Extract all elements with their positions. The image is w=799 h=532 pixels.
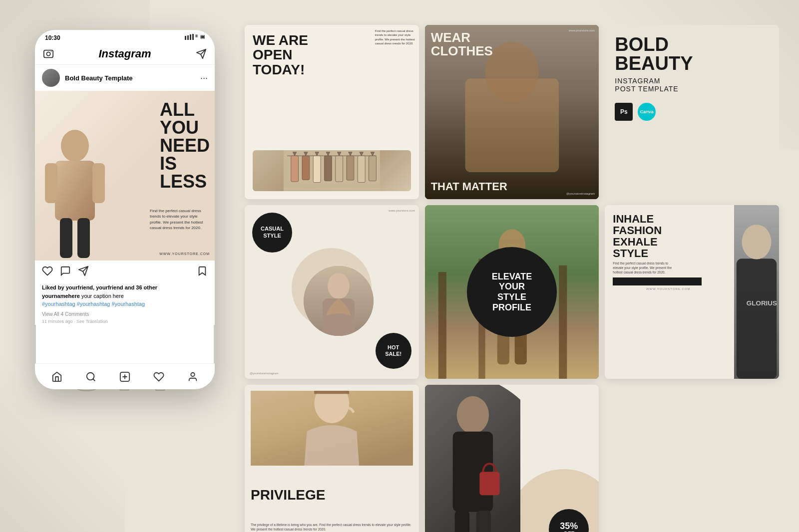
status-bar: 10:30 <box>35 30 215 43</box>
casual-handle: @yourstoreinstagram <box>250 372 278 375</box>
title-sub: INSTAGRAMPOST TEMPLATE <box>615 77 693 93</box>
svg-rect-60 <box>425 385 521 532</box>
svg-rect-31 <box>347 156 354 180</box>
svg-rect-43 <box>559 265 567 379</box>
wear-url: www.yourstore.com <box>569 29 595 32</box>
card-casual-style: CASUALSTYLE HOTSALE! www.yourstore.com @… <box>245 205 419 379</box>
open-today-description: Find the perfect casual dress trends to … <box>375 29 415 46</box>
profile-bar: Bold Beauty Template ··· <box>35 65 215 91</box>
casual-url: www.yourstore.com <box>389 209 414 212</box>
share-icon[interactable] <box>78 266 89 276</box>
svg-line-19 <box>93 379 95 381</box>
heart-nav-icon[interactable] <box>153 371 164 382</box>
wear-handle: @yourstoreinstagram <box>566 192 595 195</box>
inhale-url: WWW.YOURSTORE.COM <box>613 287 724 290</box>
casual-style-badge: CASUALSTYLE <box>252 213 292 253</box>
svg-rect-32 <box>358 156 365 182</box>
home-icon[interactable] <box>51 371 62 382</box>
wear-headline: WEARCLOTHES <box>431 31 493 58</box>
status-icons <box>185 34 205 41</box>
privilege-image <box>251 391 413 466</box>
elevate-circle: ELEVATEYOURSTYLEPROFILE <box>467 247 557 337</box>
card-inhale-fashion: GLORIUS INHALEFASHIONEXHALESTYLE Find th… <box>605 205 779 379</box>
inhale-headline: INHALEFASHIONEXHALESTYLE <box>613 213 724 259</box>
svg-rect-0 <box>185 36 186 40</box>
casual-woman-circle <box>304 266 374 336</box>
post-actions-left <box>42 266 89 276</box>
svg-rect-1 <box>187 35 189 40</box>
svg-rect-33 <box>369 156 377 181</box>
wear-subheadline: THAT MATTER <box>431 180 507 193</box>
svg-rect-16 <box>60 218 72 258</box>
caption-liked: Liked by yourfriend, yourfriend and 36 o… <box>42 284 157 290</box>
svg-rect-13 <box>55 161 95 221</box>
svg-rect-17 <box>77 218 90 258</box>
svg-rect-27 <box>302 156 310 180</box>
software-icons: Ps Canva <box>615 103 693 121</box>
heart-icon[interactable] <box>42 266 53 276</box>
view-comments[interactable]: View All 4 Comments <box>35 310 215 318</box>
status-time: 10:30 <box>45 34 60 41</box>
card-title: BoldBeauty INSTAGRAMPOST TEMPLATE Ps Can… <box>605 25 779 199</box>
svg-point-12 <box>61 130 89 162</box>
svg-rect-29 <box>324 156 332 181</box>
hot-sale-badge: HOTSALE! <box>376 333 411 369</box>
comment-icon[interactable] <box>60 266 71 276</box>
template-grid: WE AREOPENTODAY! Find the perfect casual… <box>245 20 779 532</box>
caption-username: yournamehere <box>42 293 80 299</box>
sale-percent: 35% <box>560 522 578 531</box>
svg-rect-2 <box>190 34 191 40</box>
svg-point-36 <box>485 42 538 102</box>
post-url: WWW.YOURSTORE.COM <box>159 252 210 256</box>
bookmark-icon[interactable] <box>197 266 208 276</box>
inhale-description: Find the perfect casual dress trends to … <box>613 261 678 274</box>
caption-text: your caption here <box>81 293 124 299</box>
post-headline: ALLYOUNEEDISLESS <box>160 101 210 191</box>
bottom-nav <box>35 363 215 389</box>
casual-style-text: CASUALSTYLE <box>261 226 284 239</box>
card-sale: 35% OFF @yourstoreinstagram <box>425 385 599 532</box>
inhale-url-bar <box>613 277 701 285</box>
hot-sale-text: HOTSALE! <box>385 344 401 357</box>
profile-nav-icon[interactable] <box>187 371 198 382</box>
svg-point-10 <box>46 52 50 55</box>
svg-rect-41 <box>438 272 446 379</box>
clothes-rail-image <box>253 150 411 191</box>
add-icon[interactable] <box>119 371 130 382</box>
camera-icon <box>43 48 54 59</box>
inhale-person: GLORIUS <box>734 205 779 379</box>
phone-header: Instagram <box>35 43 215 65</box>
phone-mockup: 10:30 <box>35 30 215 389</box>
app-name: Instagram <box>98 47 151 60</box>
time-text: 11 minutes ago <box>42 319 73 324</box>
post-description: Find the perfect casual dress trends to … <box>150 208 210 231</box>
svg-rect-9 <box>44 50 53 58</box>
card-elevate-style: ELEVATEYOURSTYLEPROFILE <box>425 205 599 379</box>
svg-rect-8 <box>201 36 204 38</box>
elevate-text: ELEVATEYOURSTYLEPROFILE <box>492 271 532 313</box>
svg-point-23 <box>191 372 194 376</box>
svg-rect-26 <box>291 156 299 182</box>
svg-rect-5 <box>196 35 197 36</box>
see-translation[interactable]: See Translation <box>76 319 108 324</box>
woman-silhouette <box>35 121 115 261</box>
avatar <box>42 69 60 87</box>
photoshop-icon: Ps <box>615 103 633 121</box>
post-caption: Liked by yourfriend, yourfriend and 36 o… <box>35 281 215 310</box>
card-wear-clothes: www.yourstore.com WEARCLOTHES THAT MATTE… <box>425 25 599 199</box>
title-main: BoldBeauty <box>615 35 693 73</box>
post-image: ALLYOUNEEDISLESS Find the perfect casual… <box>35 91 215 261</box>
post-actions <box>35 261 215 281</box>
privilege-description: The privilege of a lifetime is being who… <box>251 523 413 532</box>
svg-point-38 <box>328 273 350 299</box>
search-nav-icon[interactable] <box>85 371 96 382</box>
svg-rect-30 <box>336 156 343 182</box>
svg-rect-3 <box>192 34 194 40</box>
phone-section: BEAUTY 10:30 <box>20 20 230 389</box>
more-options-icon[interactable]: ··· <box>200 73 208 83</box>
privilege-headline: PRIVILEGE <box>251 487 413 503</box>
open-today-headline: WE AREOPENTODAY! <box>253 33 362 77</box>
svg-rect-49 <box>737 259 777 379</box>
canva-icon: Canva <box>638 103 656 121</box>
send-icon <box>196 48 207 59</box>
